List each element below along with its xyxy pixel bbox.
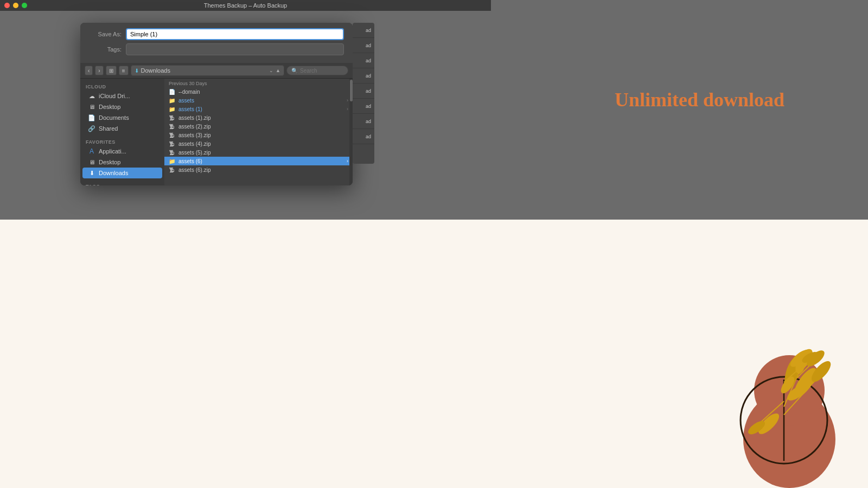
- sidebar-item-label: Desktop: [99, 159, 120, 165]
- sidebar-item-label: Applicati...: [99, 148, 126, 155]
- fullscreen-dot[interactable]: [22, 3, 27, 8]
- unlimited-download-text: Unlimited download: [615, 88, 784, 111]
- right-panel-item: ad: [353, 99, 374, 114]
- recent-header: Previous 30 Days: [164, 79, 353, 87]
- top-section: Themes Backup – Auto Backup Save As: Tag…: [0, 0, 868, 220]
- file-item-assets[interactable]: 📁 assets ›: [164, 96, 353, 105]
- dialog-toolbar: ‹ › ⊞ ≡ ⬇ Downloads ⌄ ▲ 🔍: [80, 63, 353, 79]
- right-panel-item: ad: [353, 129, 374, 144]
- cloud-icon: ☁: [88, 92, 95, 100]
- file-area: Previous 30 Days 📄 --domain 📁 assets › 📁…: [164, 79, 353, 185]
- applications-icon: A: [88, 147, 95, 155]
- grid-view-button[interactable]: ⊞: [106, 66, 117, 75]
- file-item-assets2zip[interactable]: 🗜 assets (2).zip: [164, 122, 353, 131]
- file-item-assets3zip[interactable]: 🗜 assets (3).zip: [164, 131, 353, 139]
- sidebar-item-label: Documents: [99, 114, 129, 121]
- dialog-top: Save As: Tags:: [80, 23, 353, 63]
- zip-icon: 🗜: [169, 123, 175, 130]
- sidebar-item-desktop[interactable]: 🖥 Desktop: [82, 157, 162, 168]
- bottom-section: [0, 220, 868, 488]
- sidebar-item-documents[interactable]: 📄 Documents: [82, 112, 162, 123]
- dialog-body: iCloud ☁ iCloud Dri... 🖥 Desktop 📄 Docum…: [80, 79, 353, 185]
- file-item-assets6[interactable]: 📁 assets (6) ›: [164, 157, 353, 165]
- file-name: assets (6): [178, 158, 202, 164]
- file-name: assets (1).zip: [178, 115, 210, 121]
- window-title: Themes Backup – Auto Backup: [204, 2, 287, 9]
- right-panel: ad ad ad ad ad ad ad ad: [353, 23, 374, 164]
- downloads-icon: ⬇: [88, 169, 95, 177]
- zip-icon: 🗜: [169, 140, 175, 147]
- zip-icon: 🗜: [169, 149, 175, 156]
- file-name: assets (5).zip: [178, 150, 210, 156]
- search-input[interactable]: [300, 68, 343, 74]
- folder-icon: 📁: [169, 106, 175, 112]
- scroll-thumb[interactable]: [350, 80, 353, 101]
- sidebar-item-shared[interactable]: 🔗 Shared: [82, 123, 162, 134]
- favorites-header: Favorites: [80, 137, 164, 146]
- sidebar-item-applications[interactable]: A Applicati...: [82, 146, 162, 157]
- file-icon: 📄: [169, 88, 175, 95]
- right-panel-item: ad: [353, 68, 374, 84]
- tags-header: Tags: [80, 182, 164, 185]
- document-icon: 📄: [88, 114, 95, 121]
- back-button[interactable]: ‹: [85, 66, 93, 75]
- plant-svg: [694, 282, 868, 488]
- zip-icon: 🗜: [169, 132, 175, 138]
- desktop-fav-icon: 🖥: [88, 158, 95, 166]
- title-bar: Themes Backup – Auto Backup: [0, 0, 491, 11]
- sidebar-item-downloads[interactable]: ⬇ Downloads: [82, 168, 162, 178]
- file-name: assets (6).zip: [178, 167, 210, 173]
- zip-icon: 🗜: [169, 114, 175, 121]
- file-item-assets5zip[interactable]: 🗜 assets (5).zip: [164, 148, 353, 157]
- search-box[interactable]: 🔍: [286, 66, 348, 75]
- file-name: --domain: [178, 89, 200, 95]
- shared-icon: 🔗: [88, 125, 95, 132]
- forward-button[interactable]: ›: [95, 66, 103, 75]
- list-view-button[interactable]: ≡: [119, 66, 129, 75]
- arrow-icon: ›: [347, 98, 348, 103]
- tags-input[interactable]: [126, 43, 344, 55]
- icloud-header: iCloud: [80, 82, 164, 91]
- tags-row: Tags:: [89, 43, 344, 55]
- save-as-label: Save As:: [89, 31, 122, 37]
- zip-icon: 🗜: [169, 166, 175, 173]
- right-panel-item: ad: [353, 84, 374, 99]
- file-item-assets1zip[interactable]: 🗜 assets (1).zip: [164, 113, 353, 122]
- right-panel-item: ad: [353, 23, 374, 38]
- arrow-icon: ›: [347, 158, 348, 164]
- file-item-domain[interactable]: 📄 --domain: [164, 87, 353, 96]
- sidebar-item-label: Downloads: [99, 170, 128, 176]
- sidebar-item-label: iCloud Dri...: [99, 93, 130, 99]
- file-item-assets6zip[interactable]: 🗜 assets (6).zip: [164, 165, 353, 174]
- right-panel-item: ad: [353, 38, 374, 53]
- save-as-input[interactable]: [126, 28, 344, 40]
- file-name: assets (2).zip: [178, 124, 210, 130]
- folder-icon: 📁: [169, 97, 175, 104]
- right-panel-item: ad: [353, 53, 374, 68]
- file-name: assets (1): [178, 106, 202, 112]
- save-as-row: Save As:: [89, 28, 344, 40]
- arrow-icon: ›: [347, 106, 348, 112]
- desktop-icon: 🖥: [88, 103, 95, 111]
- sidebar: iCloud ☁ iCloud Dri... 🖥 Desktop 📄 Docum…: [80, 79, 164, 185]
- file-item-assets4zip[interactable]: 🗜 assets (4).zip: [164, 139, 353, 148]
- location-text: Downloads: [141, 67, 170, 74]
- right-panel-item: ad: [353, 114, 374, 129]
- search-icon: 🔍: [291, 68, 298, 74]
- sidebar-item-label: Desktop: [99, 104, 120, 110]
- folder-icon: 📁: [169, 158, 175, 164]
- file-name: assets: [178, 98, 194, 104]
- sidebar-item-desktop-icloud[interactable]: 🖥 Desktop: [82, 101, 162, 112]
- file-item-assets1[interactable]: 📁 assets (1) ›: [164, 105, 353, 113]
- plant-decoration: [694, 282, 868, 488]
- sidebar-item-label: Shared: [99, 125, 118, 132]
- minimize-dot[interactable]: [13, 3, 18, 8]
- file-name: assets (4).zip: [178, 141, 210, 147]
- location-select[interactable]: ⬇ Downloads ⌄ ▲: [131, 65, 284, 76]
- file-name: assets (3).zip: [178, 132, 210, 138]
- sidebar-item-icloud-drive[interactable]: ☁ iCloud Dri...: [82, 91, 162, 101]
- tags-label: Tags:: [89, 46, 122, 53]
- save-dialog: Save As: Tags: ‹ › ⊞ ≡ ⬇ Downloads ⌄ ▲ 🔍: [80, 23, 353, 185]
- close-dot[interactable]: [4, 3, 10, 8]
